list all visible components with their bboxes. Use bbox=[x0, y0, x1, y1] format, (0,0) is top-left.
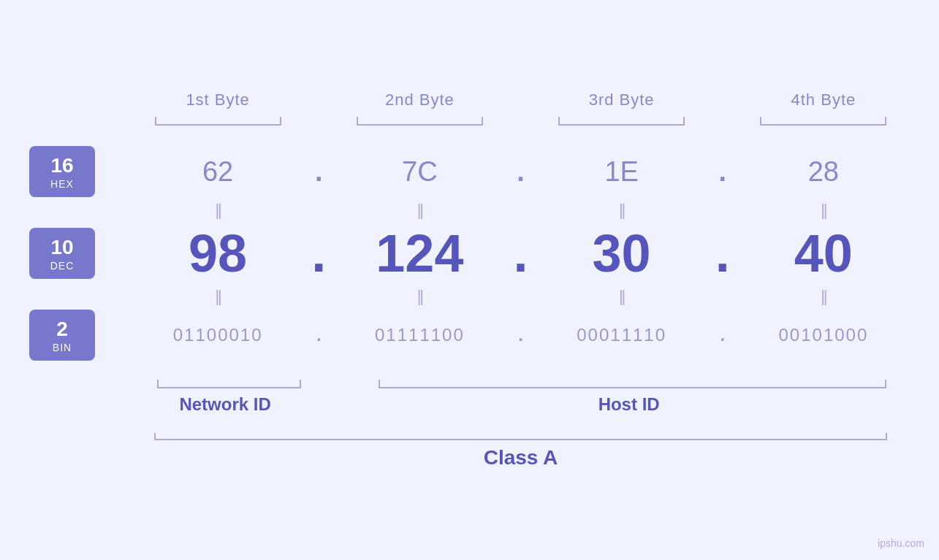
equals-6: || bbox=[333, 287, 506, 306]
hex-badge-num: 16 bbox=[50, 153, 73, 178]
dec-dot3: . bbox=[708, 223, 737, 283]
bin-dot1: . bbox=[304, 325, 333, 345]
hex-dot2: . bbox=[506, 156, 536, 188]
header-byte2: 2nd Byte bbox=[333, 91, 506, 110]
dec-byte4: 40 bbox=[737, 223, 910, 283]
equals-3: || bbox=[536, 201, 708, 220]
class-bracket bbox=[139, 426, 902, 440]
equals-2: || bbox=[333, 201, 506, 220]
bin-dot3: . bbox=[708, 325, 737, 345]
class-a-label: Class A bbox=[132, 446, 910, 469]
bin-dot2: . bbox=[506, 325, 536, 345]
equals-4: || bbox=[737, 201, 910, 220]
equals-row-2: || || || || bbox=[29, 287, 910, 306]
dec-dot1: . bbox=[304, 223, 333, 283]
hex-byte2: 7C bbox=[333, 156, 506, 188]
dec-row: 10 DEC 98 . 124 . 30 . 40 bbox=[29, 223, 910, 283]
bin-row: 2 BIN 01100010 . 01111100 . 00011110 . 0… bbox=[29, 310, 910, 361]
header-byte3: 3rd Byte bbox=[536, 91, 708, 110]
dec-byte1: 98 bbox=[132, 223, 304, 283]
top-bracket-2 bbox=[341, 117, 498, 131]
hex-byte4: 28 bbox=[737, 156, 910, 188]
hex-badge-name: HEX bbox=[50, 178, 74, 190]
equals-row-1: || || || || bbox=[29, 201, 910, 220]
hex-row: 16 HEX 62 . 7C . 1E . 28 bbox=[29, 146, 910, 197]
bin-byte1: 01100010 bbox=[132, 325, 304, 345]
main-container: 1st Byte 2nd Byte 3rd Byte 4th Byte 16 H… bbox=[0, 0, 939, 560]
byte-headers: 1st Byte 2nd Byte 3rd Byte 4th Byte bbox=[29, 91, 910, 110]
top-bracket-4 bbox=[745, 117, 902, 131]
hex-badge: 16 HEX bbox=[29, 146, 95, 197]
top-brackets bbox=[29, 117, 910, 131]
dec-dot2: . bbox=[506, 223, 536, 283]
dec-byte2: 124 bbox=[333, 223, 506, 283]
header-byte1: 1st Byte bbox=[132, 91, 304, 110]
bin-badge-num: 2 bbox=[56, 317, 68, 342]
watermark: ipshu.com bbox=[878, 537, 924, 549]
dec-badge-name: DEC bbox=[50, 260, 75, 272]
bin-byte4: 00101000 bbox=[737, 325, 910, 345]
class-label-row: Class A bbox=[29, 446, 910, 469]
dec-byte3: 30 bbox=[536, 223, 708, 283]
network-bracket bbox=[139, 367, 319, 388]
id-labels-row: Network ID Host ID bbox=[29, 394, 910, 415]
header-byte4: 4th Byte bbox=[737, 91, 910, 110]
equals-1: || bbox=[132, 201, 304, 220]
equals-8: || bbox=[737, 287, 910, 306]
equals-5: || bbox=[132, 287, 304, 306]
host-id-label: Host ID bbox=[348, 394, 910, 415]
dec-badge: 10 DEC bbox=[29, 228, 95, 279]
top-bracket-3 bbox=[543, 117, 701, 131]
top-bracket-1 bbox=[139, 117, 297, 131]
bin-byte3: 00011110 bbox=[536, 325, 708, 345]
host-bracket bbox=[362, 367, 902, 388]
network-id-label: Network ID bbox=[132, 394, 319, 415]
bottom-brackets bbox=[29, 367, 910, 388]
bin-byte2: 01111100 bbox=[333, 325, 506, 345]
class-bracket-row bbox=[29, 426, 910, 440]
bin-badge-name: BIN bbox=[53, 342, 72, 353]
hex-byte3: 1E bbox=[536, 156, 708, 188]
equals-7: || bbox=[536, 287, 708, 306]
dec-badge-num: 10 bbox=[50, 235, 73, 260]
hex-dot3: . bbox=[708, 156, 737, 188]
hex-dot1: . bbox=[304, 156, 333, 188]
hex-byte1: 62 bbox=[132, 156, 304, 188]
bin-badge: 2 BIN bbox=[29, 310, 95, 361]
